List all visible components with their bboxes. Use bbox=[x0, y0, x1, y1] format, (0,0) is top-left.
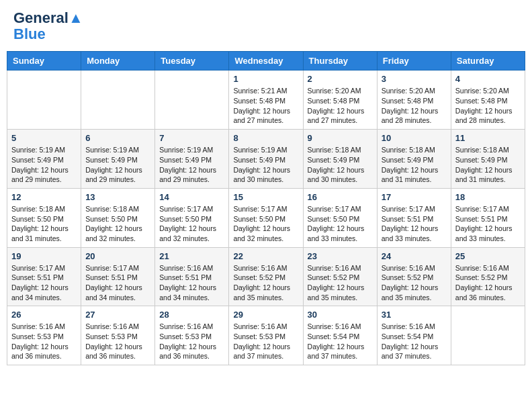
day-info: Sunrise: 5:20 AM Sunset: 5:48 PM Dayligh… bbox=[455, 86, 521, 126]
day-number: 8 bbox=[233, 133, 298, 143]
day-info: Sunrise: 5:19 AM Sunset: 5:49 PM Dayligh… bbox=[233, 145, 298, 185]
day-number: 11 bbox=[455, 133, 521, 143]
day-info: Sunrise: 5:16 AM Sunset: 5:52 PM Dayligh… bbox=[233, 263, 298, 303]
calendar-cell bbox=[451, 306, 525, 365]
day-info: Sunrise: 5:16 AM Sunset: 5:53 PM Dayligh… bbox=[85, 322, 150, 361]
calendar-cell: 26Sunrise: 5:16 AM Sunset: 5:53 PM Dayli… bbox=[7, 306, 81, 365]
day-number: 22 bbox=[233, 251, 298, 261]
calendar-cell bbox=[7, 71, 81, 130]
day-number: 21 bbox=[159, 251, 224, 261]
calendar-cell: 6Sunrise: 5:19 AM Sunset: 5:49 PM Daylig… bbox=[81, 130, 155, 189]
day-info: Sunrise: 5:16 AM Sunset: 5:53 PM Dayligh… bbox=[159, 322, 224, 361]
day-info: Sunrise: 5:17 AM Sunset: 5:51 PM Dayligh… bbox=[455, 204, 521, 244]
calendar-cell: 24Sunrise: 5:16 AM Sunset: 5:52 PM Dayli… bbox=[377, 247, 451, 306]
calendar-cell: 13Sunrise: 5:18 AM Sunset: 5:50 PM Dayli… bbox=[81, 188, 155, 247]
day-info: Sunrise: 5:17 AM Sunset: 5:50 PM Dayligh… bbox=[308, 204, 373, 244]
day-number: 6 bbox=[85, 133, 150, 143]
day-number: 30 bbox=[308, 310, 373, 320]
calendar-week-5: 26Sunrise: 5:16 AM Sunset: 5:53 PM Dayli… bbox=[7, 306, 525, 365]
day-number: 27 bbox=[85, 310, 150, 320]
calendar-cell: 3Sunrise: 5:20 AM Sunset: 5:48 PM Daylig… bbox=[377, 71, 451, 130]
calendar-cell: 20Sunrise: 5:17 AM Sunset: 5:51 PM Dayli… bbox=[81, 247, 155, 306]
day-number: 26 bbox=[11, 310, 77, 320]
day-number: 23 bbox=[308, 251, 373, 261]
day-info: Sunrise: 5:18 AM Sunset: 5:49 PM Dayligh… bbox=[308, 145, 373, 185]
day-number: 16 bbox=[308, 192, 373, 202]
calendar-week-3: 12Sunrise: 5:18 AM Sunset: 5:50 PM Dayli… bbox=[7, 188, 525, 247]
calendar-table: SundayMondayTuesdayWednesdayThursdayFrid… bbox=[7, 51, 525, 365]
day-info: Sunrise: 5:21 AM Sunset: 5:48 PM Dayligh… bbox=[233, 86, 298, 126]
day-info: Sunrise: 5:18 AM Sunset: 5:50 PM Dayligh… bbox=[85, 204, 150, 244]
calendar-cell: 4Sunrise: 5:20 AM Sunset: 5:48 PM Daylig… bbox=[451, 71, 525, 130]
day-number: 12 bbox=[11, 192, 77, 202]
day-info: Sunrise: 5:19 AM Sunset: 5:49 PM Dayligh… bbox=[85, 145, 150, 185]
day-number: 31 bbox=[382, 310, 447, 320]
calendar-cell: 31Sunrise: 5:16 AM Sunset: 5:54 PM Dayli… bbox=[377, 306, 451, 365]
weekday-header-thursday: Thursday bbox=[303, 52, 377, 71]
calendar-cell: 2Sunrise: 5:20 AM Sunset: 5:48 PM Daylig… bbox=[303, 71, 377, 130]
weekday-header-wednesday: Wednesday bbox=[229, 52, 303, 71]
day-info: Sunrise: 5:17 AM Sunset: 5:50 PM Dayligh… bbox=[233, 204, 298, 244]
day-number: 28 bbox=[159, 310, 224, 320]
calendar-week-1: 1Sunrise: 5:21 AM Sunset: 5:48 PM Daylig… bbox=[7, 71, 525, 130]
day-number: 29 bbox=[233, 310, 298, 320]
day-number: 4 bbox=[455, 74, 521, 84]
weekday-header-friday: Friday bbox=[377, 52, 451, 71]
day-info: Sunrise: 5:19 AM Sunset: 5:49 PM Dayligh… bbox=[11, 145, 77, 185]
day-info: Sunrise: 5:17 AM Sunset: 5:51 PM Dayligh… bbox=[11, 263, 77, 303]
day-number: 25 bbox=[455, 251, 521, 261]
day-info: Sunrise: 5:20 AM Sunset: 5:48 PM Dayligh… bbox=[382, 86, 447, 126]
day-info: Sunrise: 5:16 AM Sunset: 5:52 PM Dayligh… bbox=[382, 263, 447, 303]
calendar-cell: 17Sunrise: 5:17 AM Sunset: 5:51 PM Dayli… bbox=[377, 188, 451, 247]
day-number: 17 bbox=[382, 192, 447, 202]
weekday-header-sunday: Sunday bbox=[7, 52, 81, 71]
day-info: Sunrise: 5:18 AM Sunset: 5:49 PM Dayligh… bbox=[455, 145, 521, 185]
calendar-cell: 8Sunrise: 5:19 AM Sunset: 5:49 PM Daylig… bbox=[229, 130, 303, 189]
calendar-cell: 10Sunrise: 5:18 AM Sunset: 5:49 PM Dayli… bbox=[377, 130, 451, 189]
day-number: 24 bbox=[382, 251, 447, 261]
day-info: Sunrise: 5:20 AM Sunset: 5:48 PM Dayligh… bbox=[308, 86, 373, 126]
calendar-cell bbox=[81, 71, 155, 130]
calendar-cell: 5Sunrise: 5:19 AM Sunset: 5:49 PM Daylig… bbox=[7, 130, 81, 189]
day-info: Sunrise: 5:16 AM Sunset: 5:54 PM Dayligh… bbox=[382, 322, 447, 361]
calendar-cell: 22Sunrise: 5:16 AM Sunset: 5:52 PM Dayli… bbox=[229, 247, 303, 306]
calendar-cell: 23Sunrise: 5:16 AM Sunset: 5:52 PM Dayli… bbox=[303, 247, 377, 306]
calendar-cell: 9Sunrise: 5:18 AM Sunset: 5:49 PM Daylig… bbox=[303, 130, 377, 189]
day-info: Sunrise: 5:18 AM Sunset: 5:50 PM Dayligh… bbox=[11, 204, 77, 244]
calendar-week-4: 19Sunrise: 5:17 AM Sunset: 5:51 PM Dayli… bbox=[7, 247, 525, 306]
day-info: Sunrise: 5:16 AM Sunset: 5:52 PM Dayligh… bbox=[308, 263, 373, 303]
calendar-body: 1Sunrise: 5:21 AM Sunset: 5:48 PM Daylig… bbox=[7, 71, 525, 365]
calendar-cell: 18Sunrise: 5:17 AM Sunset: 5:51 PM Dayli… bbox=[451, 188, 525, 247]
calendar-week-2: 5Sunrise: 5:19 AM Sunset: 5:49 PM Daylig… bbox=[7, 130, 525, 189]
day-info: Sunrise: 5:16 AM Sunset: 5:52 PM Dayligh… bbox=[455, 263, 521, 303]
day-number: 3 bbox=[382, 74, 447, 84]
page-header: General▲ Blue bbox=[7, 7, 525, 46]
day-info: Sunrise: 5:16 AM Sunset: 5:53 PM Dayligh… bbox=[233, 322, 298, 361]
calendar-cell: 27Sunrise: 5:16 AM Sunset: 5:53 PM Dayli… bbox=[81, 306, 155, 365]
logo-text: General▲ Blue bbox=[13, 10, 83, 42]
day-number: 9 bbox=[308, 133, 373, 143]
calendar-cell: 29Sunrise: 5:16 AM Sunset: 5:53 PM Dayli… bbox=[229, 306, 303, 365]
day-info: Sunrise: 5:17 AM Sunset: 5:51 PM Dayligh… bbox=[85, 263, 150, 303]
day-info: Sunrise: 5:16 AM Sunset: 5:51 PM Dayligh… bbox=[159, 263, 224, 303]
day-number: 19 bbox=[11, 251, 77, 261]
day-info: Sunrise: 5:17 AM Sunset: 5:50 PM Dayligh… bbox=[159, 204, 224, 244]
weekday-header-tuesday: Tuesday bbox=[155, 52, 229, 71]
day-number: 18 bbox=[455, 192, 521, 202]
calendar-cell: 28Sunrise: 5:16 AM Sunset: 5:53 PM Dayli… bbox=[155, 306, 229, 365]
day-info: Sunrise: 5:18 AM Sunset: 5:49 PM Dayligh… bbox=[382, 145, 447, 185]
day-number: 5 bbox=[11, 133, 77, 143]
calendar-cell: 25Sunrise: 5:16 AM Sunset: 5:52 PM Dayli… bbox=[451, 247, 525, 306]
day-info: Sunrise: 5:16 AM Sunset: 5:53 PM Dayligh… bbox=[11, 322, 77, 361]
day-number: 20 bbox=[85, 251, 150, 261]
logo: General▲ Blue bbox=[13, 10, 83, 42]
day-number: 1 bbox=[233, 74, 298, 84]
calendar-cell: 12Sunrise: 5:18 AM Sunset: 5:50 PM Dayli… bbox=[7, 188, 81, 247]
calendar-cell: 11Sunrise: 5:18 AM Sunset: 5:49 PM Dayli… bbox=[451, 130, 525, 189]
day-info: Sunrise: 5:17 AM Sunset: 5:51 PM Dayligh… bbox=[382, 204, 447, 244]
weekday-header-row: SundayMondayTuesdayWednesdayThursdayFrid… bbox=[7, 52, 525, 71]
day-number: 10 bbox=[382, 133, 447, 143]
calendar-cell: 14Sunrise: 5:17 AM Sunset: 5:50 PM Dayli… bbox=[155, 188, 229, 247]
weekday-header-monday: Monday bbox=[81, 52, 155, 71]
calendar-cell bbox=[155, 71, 229, 130]
